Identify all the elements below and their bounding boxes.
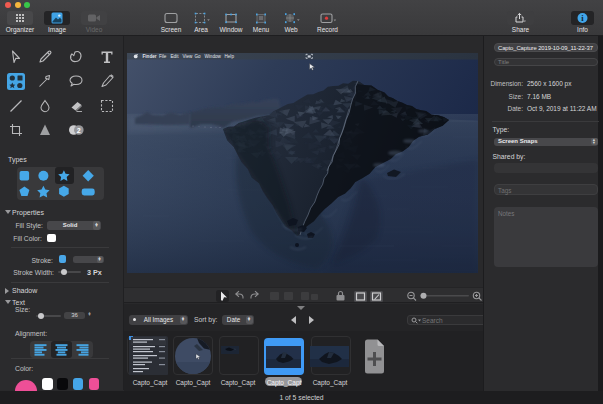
svg-text:File: File [159,54,167,59]
svg-text:View: View [183,54,194,59]
svg-text:Window: Window [205,54,222,59]
svg-text:Edit: Edit [171,54,180,59]
svg-text:2: 2 [76,127,80,134]
svg-text:Finder: Finder [143,54,157,59]
svg-text:Help: Help [225,54,235,59]
svg-text:Go: Go [195,54,202,59]
